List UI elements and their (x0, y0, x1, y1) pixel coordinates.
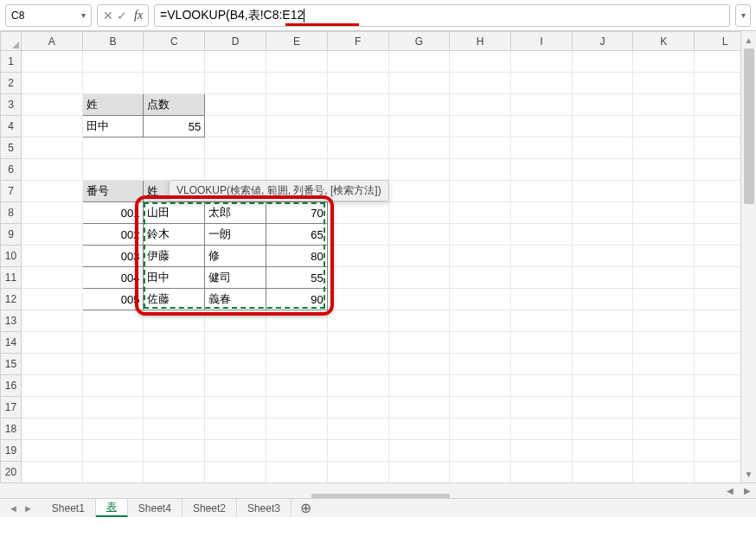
cell-A6[interactable] (21, 159, 82, 181)
cell-K1[interactable] (633, 51, 695, 73)
row-header-16[interactable]: 16 (1, 375, 22, 397)
cell-G7[interactable] (388, 181, 450, 202)
cell-C8[interactable]: 山田 (144, 202, 205, 224)
cell-D5[interactable] (205, 137, 266, 159)
cell-D1[interactable] (205, 51, 266, 73)
cell-C5[interactable] (144, 137, 205, 159)
cell-E15[interactable] (266, 354, 328, 375)
cell-I8[interactable] (511, 202, 573, 224)
scroll-thumb[interactable] (744, 48, 754, 204)
cell-H18[interactable] (450, 418, 511, 440)
cell-H11[interactable] (450, 267, 511, 289)
cell-E10[interactable]: 80 (266, 246, 328, 267)
cell-E4[interactable] (266, 116, 328, 137)
cell-H8[interactable] (450, 202, 511, 224)
add-sheet-button[interactable]: ⊕ (292, 499, 320, 517)
cell-J17[interactable] (572, 397, 633, 418)
cell-J9[interactable] (572, 224, 633, 246)
cell-I9[interactable] (511, 224, 573, 246)
cell-J20[interactable] (572, 462, 633, 483)
cell-D15[interactable] (205, 354, 266, 375)
cell-G3[interactable] (388, 94, 450, 116)
cell-C15[interactable] (144, 354, 205, 375)
row-header-9[interactable]: 9 (1, 224, 22, 246)
sheet-tab-Sheet4[interactable]: Sheet4 (128, 499, 183, 517)
cell-I16[interactable] (511, 375, 573, 397)
col-header-I[interactable]: I (511, 32, 573, 51)
scroll-right-icon[interactable]: ▶ (739, 483, 756, 498)
cell-F2[interactable] (327, 73, 388, 94)
col-header-A[interactable]: A (21, 32, 82, 51)
col-header-B[interactable]: B (82, 32, 144, 51)
cell-D19[interactable] (205, 440, 266, 462)
col-header-K[interactable]: K (633, 32, 695, 51)
cell-B13[interactable] (82, 310, 144, 332)
cell-F19[interactable] (327, 440, 388, 462)
cell-K3[interactable] (633, 94, 695, 116)
cell-A14[interactable] (21, 332, 82, 354)
cell-D10[interactable]: 修 (205, 246, 266, 267)
cell-I13[interactable] (511, 310, 573, 332)
cell-H9[interactable] (450, 224, 511, 246)
cell-K4[interactable] (633, 116, 695, 137)
cell-F16[interactable] (327, 375, 388, 397)
row-header-5[interactable]: 5 (1, 137, 22, 159)
cell-E16[interactable] (266, 375, 328, 397)
cell-C14[interactable] (144, 332, 205, 354)
cell-A3[interactable] (21, 94, 82, 116)
cell-J6[interactable] (572, 159, 633, 181)
cell-E20[interactable] (266, 462, 328, 483)
cell-K7[interactable] (633, 181, 695, 202)
scroll-down-icon[interactable]: ▼ (741, 465, 756, 482)
col-header-H[interactable]: H (450, 32, 511, 51)
row-header-4[interactable]: 4 (1, 116, 22, 137)
sheet-tab-Sheet3[interactable]: Sheet3 (237, 499, 292, 517)
cell-F9[interactable] (327, 224, 388, 246)
cell-C12[interactable]: 佐藤 (144, 289, 205, 310)
cell-J13[interactable] (572, 310, 633, 332)
sheet-tab-Sheet1[interactable]: Sheet1 (42, 499, 96, 517)
cell-E11[interactable]: 55 (266, 267, 328, 289)
cell-K10[interactable] (633, 246, 695, 267)
cell-C19[interactable] (144, 440, 205, 462)
cell-H6[interactable] (450, 159, 511, 181)
cell-C16[interactable] (144, 375, 205, 397)
cell-A12[interactable] (21, 289, 82, 310)
cell-K6[interactable] (633, 159, 695, 181)
cell-F18[interactable] (327, 418, 388, 440)
row-header-18[interactable]: 18 (1, 418, 22, 440)
row-header-20[interactable]: 20 (1, 462, 22, 483)
cell-A15[interactable] (21, 354, 82, 375)
cell-G17[interactable] (388, 397, 450, 418)
cell-G13[interactable] (388, 310, 450, 332)
cell-H2[interactable] (450, 73, 511, 94)
col-header-F[interactable]: F (327, 32, 388, 51)
cell-I20[interactable] (511, 462, 573, 483)
cell-F5[interactable] (327, 137, 388, 159)
cell-K13[interactable] (633, 310, 695, 332)
cell-A1[interactable] (21, 51, 82, 73)
tab-nav[interactable]: ◄ ► (0, 499, 42, 517)
cell-B12[interactable]: 005 (82, 289, 144, 310)
cell-D12[interactable]: 義春 (205, 289, 266, 310)
cell-B5[interactable] (82, 137, 144, 159)
cell-F15[interactable] (327, 354, 388, 375)
cell-J15[interactable] (572, 354, 633, 375)
scroll-left-icon[interactable]: ◀ (721, 483, 739, 498)
cell-H10[interactable] (450, 246, 511, 267)
cell-C20[interactable] (144, 462, 205, 483)
fx-icon[interactable]: fx (134, 9, 143, 22)
cell-J4[interactable] (572, 116, 633, 137)
formula-input[interactable]: =VLOOKUP(B4,表!C8:E12 (154, 4, 730, 27)
row-header-17[interactable]: 17 (1, 397, 22, 418)
horizontal-scrollbar[interactable]: ◀ ▶ (0, 482, 756, 498)
cell-A18[interactable] (21, 418, 82, 440)
cell-F20[interactable] (327, 462, 388, 483)
cell-I18[interactable] (511, 418, 573, 440)
cell-E2[interactable] (266, 73, 328, 94)
cell-F8[interactable] (327, 202, 388, 224)
cell-I11[interactable] (511, 267, 573, 289)
cell-F11[interactable] (327, 267, 388, 289)
cell-H7[interactable] (450, 181, 511, 202)
cell-G8[interactable] (388, 202, 450, 224)
